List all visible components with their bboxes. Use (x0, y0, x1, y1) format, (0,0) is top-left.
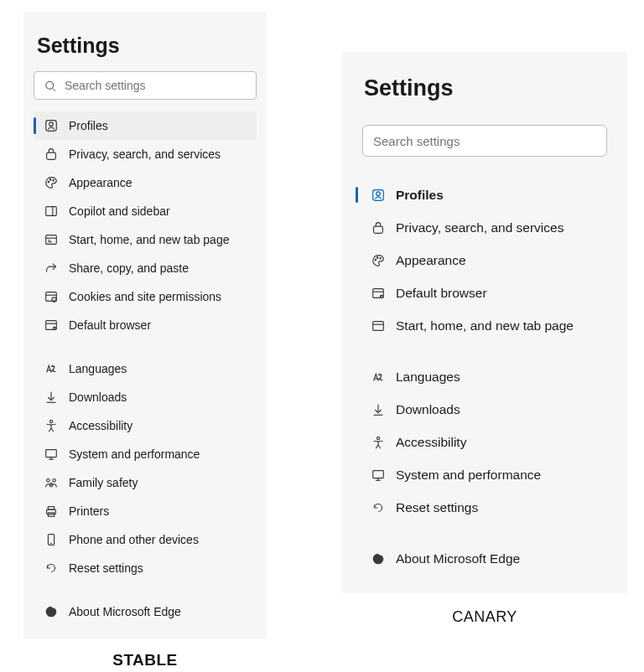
appearance-icon (44, 175, 59, 190)
nav-privacy[interactable]: Privacy, search, and services (357, 211, 612, 244)
nav-item-label: Family safety (69, 476, 138, 489)
system-icon (371, 468, 386, 483)
nav-privacy[interactable]: Privacy, search, and services (34, 140, 257, 168)
accessibility-icon (371, 435, 386, 450)
settings-sidebar-stable: Settings ProfilesPrivacy, search, and se… (23, 12, 267, 639)
languages-icon (44, 361, 59, 376)
nav-item-label: Default browser (396, 286, 487, 301)
nav-item-label: System and performance (396, 468, 541, 483)
nav-languages[interactable]: Languages (34, 354, 257, 383)
nav-item-label: About Microsoft Edge (396, 551, 520, 566)
page-title: Settings (364, 75, 605, 101)
downloads-icon (44, 390, 59, 405)
nav-start-home[interactable]: Start, home, and new tab page (357, 309, 612, 342)
nav-item-label: Reset settings (396, 500, 478, 515)
nav-item-label: Privacy, search, and services (396, 220, 564, 235)
nav-item-label: Copilot and sidebar (69, 204, 170, 218)
nav-item-label: Printers (69, 504, 109, 518)
nav-item-label: About Microsoft Edge (69, 605, 181, 618)
search-input[interactable] (65, 79, 247, 92)
nav-item-label: Downloads (396, 402, 460, 417)
nav-item-label: Share, copy, and paste (69, 261, 189, 275)
system-icon (44, 447, 59, 462)
default-browser-icon (371, 286, 386, 301)
languages-icon (371, 370, 386, 385)
default-browser-icon (44, 318, 59, 333)
nav-accessibility[interactable]: Accessibility (34, 411, 257, 440)
nav-system[interactable]: System and performance (357, 458, 612, 491)
nav-start-home[interactable]: Start, home, and new tab page (34, 225, 257, 254)
nav-item-label: Downloads (69, 390, 127, 404)
nav-item-label: Default browser (69, 318, 151, 332)
nav-copilot-sidebar[interactable]: Copilot and sidebar (34, 197, 257, 225)
nav-default-browser[interactable]: Default browser (357, 277, 612, 309)
nav-languages[interactable]: Languages (357, 360, 612, 393)
nav-family[interactable]: Family safety (34, 468, 257, 497)
nav-item-label: Reset settings (69, 561, 143, 575)
cookies-icon (44, 289, 59, 304)
start-icon (44, 232, 59, 247)
nav-profiles[interactable]: Profiles (357, 178, 612, 211)
profiles-icon (371, 188, 386, 203)
nav-cookies-permissions[interactable]: Cookies and site permissions (34, 282, 257, 311)
nav-item-label: Start, home, and new tab page (396, 318, 574, 333)
family-icon (44, 475, 59, 490)
nav-item-label: Profiles (396, 188, 444, 203)
nav-item-label: Start, home, and new tab page (69, 233, 229, 246)
nav-downloads[interactable]: Downloads (34, 383, 257, 411)
nav-downloads[interactable]: Downloads (357, 393, 612, 426)
nav-about-edge[interactable]: About Microsoft Edge (357, 542, 612, 575)
page-title: Settings (37, 34, 253, 58)
search-input[interactable] (373, 134, 598, 148)
accessibility-icon (44, 418, 59, 433)
nav-item-label: Languages (69, 362, 127, 375)
nav-item-label: System and performance (69, 447, 200, 461)
share-icon (44, 261, 59, 276)
nav-phone[interactable]: Phone and other devices (34, 525, 257, 554)
downloads-icon (371, 402, 386, 417)
nav-accessibility[interactable]: Accessibility (357, 426, 612, 458)
nav-system[interactable]: System and performance (34, 440, 257, 468)
nav-about-edge[interactable]: About Microsoft Edge (34, 597, 257, 626)
nav-default-browser[interactable]: Default browser (34, 311, 257, 339)
nav-share-copy-paste[interactable]: Share, copy, and paste (34, 254, 257, 282)
nav-appearance[interactable]: Appearance (357, 244, 612, 277)
nav-item-label: Profiles (69, 119, 108, 132)
nav-appearance[interactable]: Appearance (34, 168, 257, 197)
nav-item-label: Accessibility (396, 435, 466, 450)
search-settings[interactable] (362, 125, 607, 157)
start-alt-icon (371, 318, 386, 333)
caption-canary: CANARY (342, 608, 627, 626)
nav-reset[interactable]: Reset settings (357, 491, 612, 524)
search-settings[interactable] (34, 71, 257, 100)
reset-icon (44, 561, 59, 576)
privacy-icon (44, 147, 59, 162)
privacy-icon (371, 220, 386, 235)
nav-item-label: Cookies and site permissions (69, 290, 221, 303)
nav-item-label: Appearance (396, 253, 466, 268)
nav-item-label: Phone and other devices (69, 533, 199, 546)
caption-stable: STABLE (23, 651, 267, 669)
nav-profiles[interactable]: Profiles (34, 111, 257, 140)
edge-icon (371, 551, 386, 566)
nav-item-label: Accessibility (69, 419, 132, 432)
printers-icon (44, 504, 59, 519)
reset-icon (371, 500, 386, 515)
nav-printers[interactable]: Printers (34, 497, 257, 525)
nav-reset[interactable]: Reset settings (34, 554, 257, 582)
appearance-icon (371, 253, 386, 268)
nav-item-label: Appearance (69, 176, 132, 189)
nav-item-label: Languages (396, 370, 460, 385)
search-icon (43, 80, 58, 92)
edge-icon (44, 604, 59, 619)
settings-sidebar-canary: Settings ProfilesPrivacy, search, and se… (342, 52, 627, 593)
profiles-icon (44, 118, 59, 133)
phone-icon (44, 532, 59, 547)
sidebar-icon (44, 204, 59, 219)
nav-item-label: Privacy, search, and services (69, 147, 221, 161)
